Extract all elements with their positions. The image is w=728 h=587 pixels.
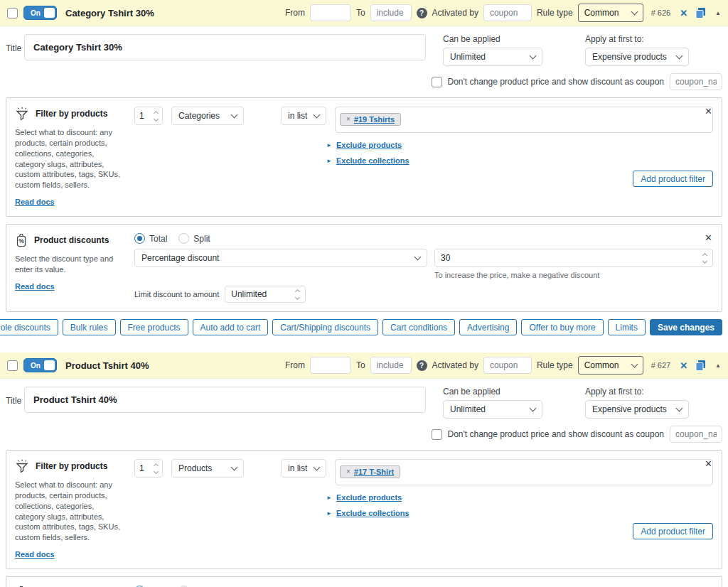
cart-conditions-button[interactable]: Cart conditions: [382, 319, 455, 335]
toggle-knob: [44, 360, 55, 370]
help-icon[interactable]: ?: [417, 8, 427, 18]
filter-type-select[interactable]: Products: [171, 459, 244, 478]
discount-type-select[interactable]: Percentage discount: [134, 249, 427, 267]
delete-rule-icon[interactable]: ✕: [680, 8, 687, 18]
from-input[interactable]: [310, 357, 351, 374]
filter-qty-stepper[interactable]: 1: [134, 107, 163, 125]
filter-type-value: Products: [178, 463, 212, 473]
activated-by-input[interactable]: [483, 357, 532, 374]
can-be-applied-label: Can be applied: [443, 34, 542, 44]
total-label: Total: [149, 234, 167, 244]
read-docs-link[interactable]: Read docs: [15, 282, 55, 291]
rule-type-value: Common: [584, 360, 619, 370]
advertising-button[interactable]: Advertising: [459, 319, 517, 335]
activated-by-label: Activated by: [432, 8, 478, 18]
offer-to-buy-more-button[interactable]: Offer to buy more: [521, 319, 603, 335]
rule-title-input[interactable]: [24, 34, 426, 60]
discount-panel-main: Total Split Percentage discount 30: [134, 233, 713, 303]
save-changes-button[interactable]: Save changes: [650, 319, 722, 335]
list-mode-select[interactable]: in list: [281, 107, 326, 125]
to-input[interactable]: [370, 4, 412, 21]
can-be-applied-column: Can be applied Unlimited: [443, 34, 542, 66]
chip-link[interactable]: #19 Tshirts: [354, 115, 395, 124]
filter-qty-stepper[interactable]: 1: [134, 459, 163, 478]
coupon-row: Don't change product price and show disc…: [6, 426, 722, 443]
rule-number: # 626: [651, 9, 671, 17]
rule-enabled-toggle[interactable]: On: [23, 358, 57, 372]
filter-type-value: Categories: [178, 111, 220, 121]
stepper-icon: [154, 464, 158, 473]
role-discounts-button[interactable]: Role discounts: [0, 319, 58, 335]
can-be-applied-select[interactable]: Unlimited: [443, 400, 542, 419]
rule-select-checkbox[interactable]: [7, 360, 18, 371]
exclude-collections-link[interactable]: ► Exclude collections: [326, 509, 713, 517]
add-product-filter-button[interactable]: Add product filter: [633, 523, 713, 539]
read-docs-link[interactable]: Read docs: [15, 198, 55, 206]
filter-panel-main: 1 Categories in list: [134, 107, 713, 208]
filter-panel-title: Filter by products: [36, 461, 107, 471]
funnel-icon: [15, 459, 29, 473]
rule-header: On Category Tshirt 30% From To ? Activat…: [0, 0, 728, 26]
chip-remove-icon[interactable]: ×: [346, 468, 350, 475]
rule-enabled-toggle[interactable]: On: [23, 6, 57, 20]
chip-remove-icon[interactable]: ×: [346, 115, 350, 123]
apply-at-first-select[interactable]: Expensive products: [585, 48, 689, 66]
filter-panel-info: Filter by products Select what to discou…: [15, 459, 123, 560]
rule-type-select[interactable]: Common: [578, 4, 643, 22]
discount-mode-radios: Total Split: [134, 233, 713, 244]
total-radio[interactable]: [134, 233, 145, 244]
help-icon[interactable]: ?: [417, 360, 427, 371]
collapse-rule-icon[interactable]: ▲: [715, 362, 721, 369]
chip-link[interactable]: #17 T-Shirt: [354, 468, 394, 476]
can-be-applied-select[interactable]: Unlimited: [443, 48, 542, 66]
add-product-filter-button[interactable]: Add product filter: [633, 171, 713, 187]
exclude-products-link[interactable]: ► Exclude products: [326, 493, 713, 502]
activated-by-input[interactable]: [483, 4, 532, 21]
close-discount-panel-icon[interactable]: ✕: [705, 233, 712, 242]
split-radio[interactable]: [178, 233, 189, 244]
rule-select-checkbox[interactable]: [7, 8, 18, 18]
auto-add-to-cart-button[interactable]: Auto add to cart: [193, 319, 269, 335]
exclude-products-text: Exclude products: [336, 493, 402, 502]
cart-shipping-discounts-button[interactable]: Cart/Shipping discounts: [272, 319, 378, 335]
filter-panel-description: Select what to discount: any products, c…: [15, 480, 123, 543]
filter-values-input[interactable]: × #19 Tshirts: [335, 107, 713, 133]
close-filter-panel-icon[interactable]: ✕: [705, 459, 712, 468]
bulk-rules-button[interactable]: Bulk rules: [63, 319, 116, 335]
rule-type-select[interactable]: Common: [578, 356, 643, 375]
duplicate-rule-icon[interactable]: [695, 360, 706, 371]
collapse-rule-icon[interactable]: ▲: [715, 10, 721, 16]
show-as-coupon-checkbox[interactable]: [432, 77, 442, 87]
close-filter-panel-icon[interactable]: ✕: [705, 107, 712, 116]
from-label: From: [285, 360, 305, 370]
filter-values-input[interactable]: × #17 T-Shirt: [335, 459, 713, 485]
apply-at-first-select[interactable]: Expensive products: [585, 400, 689, 419]
exclude-collections-link[interactable]: ► Exclude collections: [326, 156, 713, 165]
duplicate-rule-icon[interactable]: [695, 7, 706, 18]
discount-value-column: 30 To increase the price, make a negativ…: [434, 249, 713, 279]
rule-title-input[interactable]: [24, 387, 426, 413]
coupon-name-input[interactable]: [670, 73, 722, 90]
exclude-products-text: Exclude products: [336, 141, 402, 149]
show-as-coupon-checkbox[interactable]: [432, 429, 442, 440]
read-docs-link[interactable]: Read docs: [15, 550, 55, 559]
chevron-down-icon: [530, 52, 537, 59]
coupon-name-input[interactable]: [670, 426, 722, 443]
list-mode-select[interactable]: in list: [281, 459, 326, 478]
filter-type-select[interactable]: Categories: [171, 107, 244, 125]
limits-button[interactable]: Limits: [608, 319, 646, 335]
limit-discount-stepper[interactable]: Unlimited: [225, 286, 306, 303]
filter-controls-row: 1 Categories in list: [134, 107, 713, 133]
delete-rule-icon[interactable]: ✕: [680, 360, 687, 371]
rules-page: On Category Tshirt 30% From To ? Activat…: [0, 0, 728, 587]
exclude-products-link[interactable]: ► Exclude products: [326, 141, 713, 149]
from-input[interactable]: [310, 4, 351, 21]
rule-header-controls: From To ? Activated by Rule type Common …: [285, 4, 721, 22]
discount-value-stepper[interactable]: 30: [434, 249, 713, 267]
to-label: To: [356, 8, 365, 18]
free-products-button[interactable]: Free products: [120, 319, 188, 335]
exclude-links: ► Exclude products ► Exclude collections: [326, 493, 713, 517]
funnel-icon: [15, 107, 29, 121]
title-label: Title: [6, 34, 24, 53]
to-input[interactable]: [370, 357, 412, 374]
